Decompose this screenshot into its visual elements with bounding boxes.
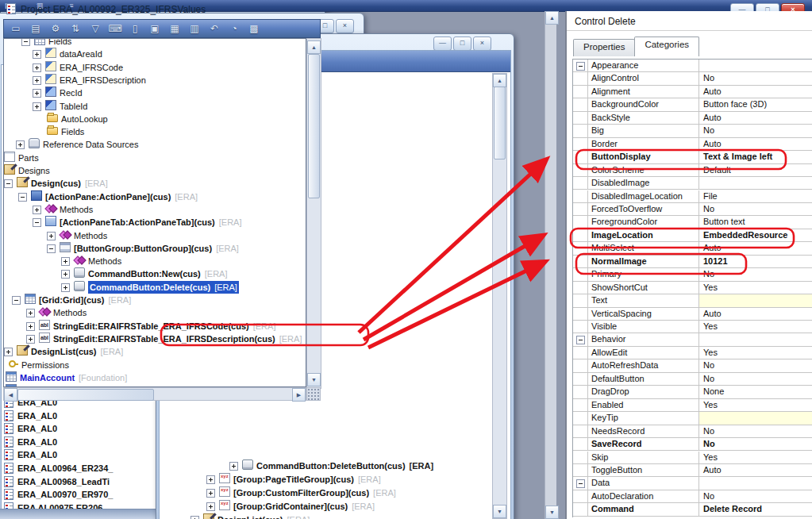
front-window-hscrollbar[interactable]: ◀ ▶	[3, 387, 306, 401]
expander-plus-icon[interactable]	[229, 462, 238, 471]
expander-plus-icon[interactable]	[206, 502, 215, 511]
property-value[interactable]: None	[698, 386, 812, 398]
front-window-vscrollbar[interactable]: ▲ ▼	[306, 38, 321, 389]
expander-minus-icon[interactable]	[21, 38, 30, 46]
tree-node[interactable]: [Grid:Grid](cus)[ERA]	[4, 294, 306, 306]
expander-plus-icon[interactable]	[33, 89, 41, 98]
tree-node[interactable]: Reference Data Sources	[4, 138, 306, 151]
tree-node[interactable]: ERA_IFRSDescription	[4, 74, 306, 86]
property-value[interactable]: Yes	[698, 282, 812, 294]
tree-node[interactable]: DesignList(cus)[ERA]	[160, 513, 511, 519]
back-window-vscrollbar[interactable]: ▲ ▼	[492, 73, 507, 519]
expander-plus-icon[interactable]	[26, 309, 35, 317]
undo-icon[interactable]: ↶	[207, 22, 221, 36]
tree-node[interactable]: xyz[Group:GridContainer](cus)[ERA]	[160, 500, 511, 513]
property-value[interactable]: No	[698, 203, 812, 215]
tree-node[interactable]: ablStringEdit:ERAIFRSTable_ERA_IFRSCode(…	[4, 320, 306, 333]
property-value[interactable]: Auto	[698, 86, 812, 98]
property-value[interactable]: Yes	[698, 399, 812, 411]
collapse-icon[interactable]	[576, 62, 585, 71]
compare-icon[interactable]: ◔	[227, 22, 241, 36]
scroll-up-icon[interactable]: ▲	[493, 74, 506, 87]
scroll-down-icon[interactable]: ▼	[545, 506, 559, 519]
expander-minus-icon[interactable]	[47, 244, 56, 253]
tree-node[interactable]: Methods	[4, 255, 306, 267]
copy-icon[interactable]: ▣	[148, 22, 162, 36]
tree-node[interactable]: Permissions	[4, 359, 306, 371]
tree-node[interactable]: Fields	[4, 125, 306, 138]
filter-icon[interactable]: ▽	[88, 22, 102, 36]
property-value[interactable]: Yes	[698, 452, 812, 463]
property-value[interactable]	[698, 294, 812, 306]
tree-node[interactable]: CommandButton:DeleteButton(cus)[ERA]	[160, 459, 511, 472]
expander-minus-icon[interactable]	[4, 179, 13, 188]
property-value[interactable]: No	[698, 72, 812, 84]
expander-plus-icon[interactable]	[190, 516, 199, 519]
insert-icon[interactable]: ▦	[167, 22, 182, 36]
scroll-right-icon[interactable]: ▶	[292, 388, 306, 402]
database-icon[interactable]: ▥	[187, 22, 202, 36]
property-value[interactable]: Delete Record	[698, 503, 812, 515]
open-icon[interactable]: ▭	[9, 22, 23, 36]
expander-plus-icon[interactable]	[33, 76, 41, 85]
tree-node[interactable]: Methods	[4, 229, 306, 242]
tree-node[interactable]: Methods	[4, 203, 306, 216]
collapse-icon[interactable]	[576, 336, 585, 344]
property-value[interactable]: Auto	[698, 112, 812, 124]
expander-plus-icon[interactable]	[26, 322, 35, 331]
tree-node[interactable]: dataAreaId	[4, 48, 306, 60]
property-value[interactable]: Button face (3D)	[698, 98, 812, 110]
property-value[interactable]: Button text	[698, 216, 812, 228]
tree-node[interactable]: [ActionPane:ActionPane](cus)[ERA]	[4, 190, 306, 203]
scroll-left-icon[interactable]: ◀	[4, 388, 17, 402]
close-button[interactable]: ×	[336, 19, 354, 33]
property-value[interactable]: Yes	[698, 321, 812, 333]
expander-plus-icon[interactable]	[33, 63, 41, 72]
tree-node[interactable]: MainAccount[Foundation]	[4, 371, 306, 384]
expander-plus-icon[interactable]	[47, 232, 56, 240]
tree-node[interactable]: xyz[Group:PageTitleGroup](cus)[ERA]	[160, 473, 511, 486]
tree-node[interactable]: CommandButton:Delete(cus)[ERA]	[4, 281, 306, 294]
maximize-button[interactable]: □	[453, 37, 471, 51]
property-value[interactable]: No	[698, 373, 812, 385]
property-value[interactable]: Yes	[698, 347, 812, 359]
tree-node[interactable]: Parts	[4, 152, 306, 164]
compile-icon[interactable]: ⚙	[48, 22, 63, 36]
expander-minus-icon[interactable]	[12, 296, 21, 305]
collapse-icon[interactable]	[576, 479, 585, 488]
property-value[interactable]: No	[698, 125, 812, 136]
scroll-up-icon[interactable]: ▲	[307, 40, 321, 54]
tree-node[interactable]: Designs	[4, 164, 306, 177]
property-value[interactable]: EmbeddedResource	[698, 229, 812, 241]
history-icon[interactable]: ▩	[247, 22, 261, 36]
tree-node[interactable]: AutoLookup	[4, 113, 306, 125]
property-value[interactable]: Auto	[698, 138, 812, 150]
tree-node[interactable]: [ActionPaneTab:ActionPaneTab](cus)[ERA]	[4, 216, 306, 229]
export-icon[interactable]: ⇅	[68, 22, 83, 36]
tree-node[interactable]: Fields	[4, 38, 306, 48]
tab-properties[interactable]: Properties	[573, 39, 635, 56]
close-button[interactable]: ×	[473, 37, 491, 51]
tree-node[interactable]: [ButtonGroup:ButtonGroup](cus)[ERA]	[4, 242, 306, 255]
property-value[interactable]: No	[698, 268, 812, 280]
property-value[interactable]: No	[698, 438, 812, 450]
property-value[interactable]: File	[698, 190, 812, 202]
minimize-button[interactable]: —	[433, 37, 452, 51]
property-value[interactable]: No	[698, 425, 812, 437]
tree-node[interactable]: ablStringEdit:ERAIFRSTable_ERA_IFRSDescr…	[4, 333, 306, 345]
scrollbar-thumb[interactable]	[308, 54, 320, 198]
tree-node[interactable]: xyz[Group:CustomFilterGroup](cus)[ERA]	[160, 486, 511, 499]
expander-plus-icon[interactable]	[206, 475, 215, 484]
property-value[interactable]: 10121	[698, 256, 812, 267]
scrollbar-thumb[interactable]	[17, 389, 154, 401]
resize-grip[interactable]	[306, 387, 321, 401]
tree-node[interactable]: DesignList(cus)[ERA]	[4, 345, 306, 358]
expander-plus-icon[interactable]	[61, 283, 70, 292]
property-value[interactable]: No	[698, 490, 812, 502]
expander-minus-icon[interactable]	[18, 193, 27, 202]
scrollbar-thumb[interactable]	[494, 86, 506, 160]
tree-node[interactable]: Design(cus)[ERA]	[4, 177, 306, 190]
expander-plus-icon[interactable]	[61, 257, 70, 266]
tab-categories[interactable]: Categories	[634, 37, 699, 56]
property-value[interactable]: Auto	[698, 308, 812, 320]
